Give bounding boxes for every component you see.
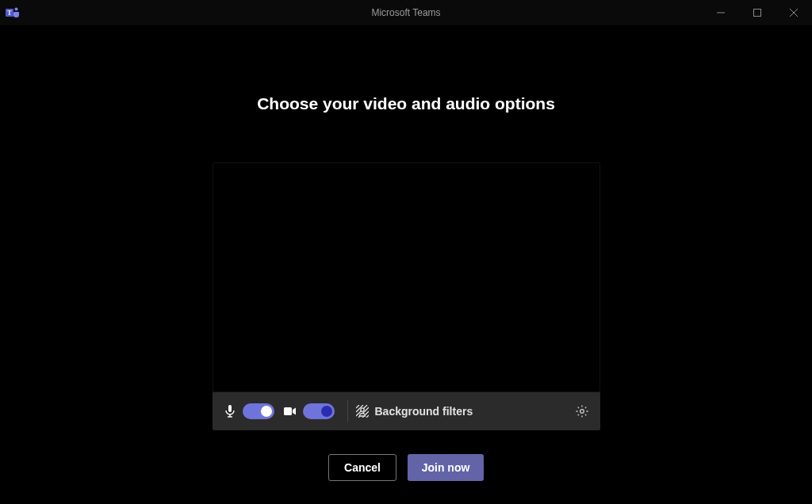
svg-point-18 bbox=[580, 410, 584, 414]
action-buttons: Cancel Join now bbox=[328, 454, 484, 481]
page-heading: Choose your video and audio options bbox=[257, 94, 555, 113]
svg-rect-10 bbox=[284, 407, 292, 415]
microphone-toggle[interactable] bbox=[243, 403, 274, 419]
control-divider bbox=[347, 400, 348, 422]
gear-icon bbox=[575, 404, 589, 418]
prejoin-content: Choose your video and audio options bbox=[0, 25, 812, 504]
background-filters-icon bbox=[356, 405, 369, 418]
minimize-button[interactable] bbox=[703, 0, 739, 25]
svg-point-17 bbox=[360, 408, 363, 411]
window-controls bbox=[703, 0, 812, 25]
title-bar: T Microsoft Teams bbox=[0, 0, 812, 25]
background-filters-label: Background filters bbox=[375, 405, 473, 418]
svg-line-16 bbox=[366, 415, 369, 418]
svg-rect-4 bbox=[754, 10, 761, 17]
maximize-button[interactable] bbox=[739, 0, 776, 25]
device-settings-button[interactable] bbox=[573, 403, 591, 420]
video-preview bbox=[213, 162, 600, 392]
device-control-bar: Background filters bbox=[213, 392, 600, 430]
svg-rect-7 bbox=[228, 405, 232, 412]
video-camera-icon bbox=[282, 403, 298, 419]
svg-line-11 bbox=[356, 405, 359, 408]
join-now-button[interactable]: Join now bbox=[408, 454, 484, 481]
close-button[interactable] bbox=[776, 0, 812, 25]
camera-toggle[interactable] bbox=[303, 403, 335, 419]
background-filters-button[interactable]: Background filters bbox=[356, 405, 473, 418]
cancel-button[interactable]: Cancel bbox=[328, 454, 396, 481]
microphone-icon bbox=[222, 403, 238, 419]
window-title: Microsoft Teams bbox=[0, 7, 812, 18]
